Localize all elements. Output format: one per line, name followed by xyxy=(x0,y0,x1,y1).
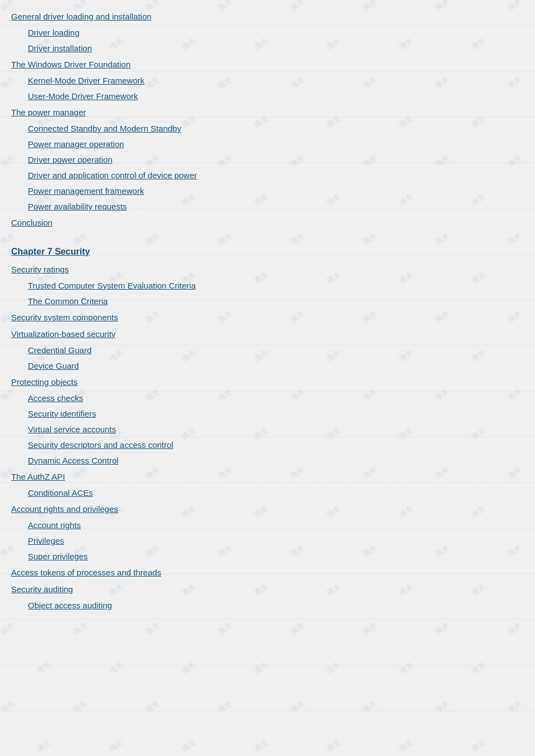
toc-link[interactable]: Security system components xyxy=(11,313,118,322)
list-item[interactable]: Access checks xyxy=(28,391,524,406)
list-item[interactable]: Virtual service accounts xyxy=(28,422,524,437)
list-item[interactable]: Security descriptors and access control xyxy=(28,437,524,453)
list-item[interactable]: Security identifiers xyxy=(28,406,524,422)
list-item[interactable]: The AuthZ API xyxy=(11,469,524,485)
toc-link[interactable]: Account rights and privileges xyxy=(11,504,118,514)
list-item[interactable]: Conclusion xyxy=(11,214,524,231)
list-item[interactable]: The power manager xyxy=(11,104,524,121)
list-item[interactable]: Device Guard xyxy=(28,358,524,374)
toc-link[interactable]: The Common Criteria xyxy=(28,296,108,306)
toc-link[interactable]: Connected Standby and Modern Standby xyxy=(28,124,181,133)
toc-link[interactable]: Device Guard xyxy=(28,361,79,370)
toc-link[interactable]: Privileges xyxy=(28,536,64,545)
toc-link[interactable]: General driver loading and installation xyxy=(11,12,152,21)
list-item[interactable]: The Common Criteria xyxy=(28,294,524,309)
toc-link[interactable]: Super privileges xyxy=(28,552,88,561)
toc-link[interactable]: Access tokens of processes and threads xyxy=(11,568,161,577)
list-item[interactable]: Account rights and privileges xyxy=(11,501,524,518)
list-item[interactable]: Driver installation xyxy=(28,41,524,56)
list-item[interactable]: Credential Guard xyxy=(28,343,524,358)
list-item[interactable]: Security system components xyxy=(11,309,524,326)
list-item[interactable]: Trusted Computer System Evaluation Crite… xyxy=(28,278,524,294)
toc-link[interactable]: Security auditing xyxy=(11,584,73,594)
toc-link[interactable]: Protecting objects xyxy=(11,377,77,387)
chapter-heading[interactable]: Chapter 7 Security xyxy=(11,247,524,257)
list-item[interactable]: Account rights xyxy=(28,518,524,533)
section-spacer xyxy=(11,231,524,237)
toc-link[interactable]: Security ratings xyxy=(11,265,69,274)
list-item[interactable]: Super privileges xyxy=(28,549,524,564)
toc-link[interactable]: Account rights xyxy=(28,520,81,530)
list-item[interactable]: Dynamic Access Control xyxy=(28,453,524,469)
toc-link[interactable]: Driver loading xyxy=(28,28,80,37)
list-item[interactable]: User-Mode Driver Framework xyxy=(28,89,524,104)
list-item[interactable]: Security auditing xyxy=(11,581,524,598)
list-item[interactable]: The Windows Driver Foundation xyxy=(11,56,524,73)
toc-link[interactable]: Virtual service accounts xyxy=(28,425,116,434)
list-item[interactable]: Protecting objects xyxy=(11,374,524,391)
toc-link[interactable]: Kernel-Mode Driver Framework xyxy=(28,76,144,85)
toc-link[interactable]: Credential Guard xyxy=(28,345,91,355)
chapter-link[interactable]: Chapter 7 Security xyxy=(11,247,90,256)
list-item[interactable]: Security ratings xyxy=(11,261,524,278)
toc-link[interactable]: The AuthZ API xyxy=(11,472,65,481)
list-item[interactable]: Driver loading xyxy=(28,25,524,41)
toc-link[interactable]: Conditional ACEs xyxy=(28,488,93,498)
list-item[interactable]: Access tokens of processes and threads xyxy=(11,564,524,581)
list-item[interactable]: General driver loading and installation xyxy=(11,8,524,25)
toc-link[interactable]: Conclusion xyxy=(11,218,52,227)
list-item[interactable]: Privileges xyxy=(28,533,524,549)
list-item[interactable]: Kernel-Mode Driver Framework xyxy=(28,73,524,89)
toc-link[interactable]: The power manager xyxy=(11,108,86,117)
toc-link[interactable]: Driver power operation xyxy=(28,155,113,164)
toc-link[interactable]: Power manager operation xyxy=(28,139,124,149)
toc-content: General driver loading and installation … xyxy=(11,6,524,613)
list-item[interactable]: Object access auditing xyxy=(28,598,524,613)
toc-link[interactable]: User-Mode Driver Framework xyxy=(28,91,138,101)
list-item[interactable]: Virtualization-based security xyxy=(11,326,524,343)
toc-link[interactable]: Security descriptors and access control xyxy=(28,440,173,450)
toc-link[interactable]: Driver installation xyxy=(28,43,92,53)
list-item[interactable]: Driver power operation xyxy=(28,152,524,168)
list-item[interactable]: Power manager operation xyxy=(28,136,524,152)
toc-link[interactable]: Power management framework xyxy=(28,186,144,196)
toc-link[interactable]: Access checks xyxy=(28,393,83,403)
list-item[interactable]: Power availability requests xyxy=(28,199,524,214)
list-item[interactable]: Power management framework xyxy=(28,183,524,199)
list-item[interactable]: Driver and application control of device… xyxy=(28,168,524,183)
list-item[interactable]: Connected Standby and Modern Standby xyxy=(28,121,524,136)
toc-link[interactable]: Security identifiers xyxy=(28,409,96,418)
toc-link[interactable]: The Windows Driver Foundation xyxy=(11,60,130,69)
list-item[interactable]: Conditional ACEs xyxy=(28,485,524,501)
toc-link[interactable]: Dynamic Access Control xyxy=(28,456,119,465)
toc-link[interactable]: Trusted Computer System Evaluation Crite… xyxy=(28,281,196,290)
toc-link[interactable]: Virtualization-based security xyxy=(11,329,115,339)
toc-link[interactable]: Driver and application control of device… xyxy=(28,170,197,180)
toc-link[interactable]: Power availability requests xyxy=(28,202,127,211)
toc-link[interactable]: Object access auditing xyxy=(28,601,112,610)
